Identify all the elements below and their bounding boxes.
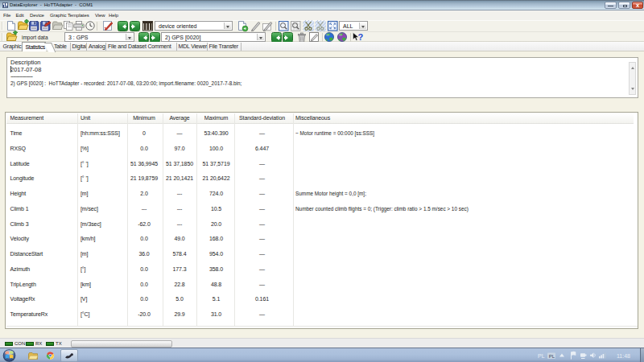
svg-text:11:48: 11:48: [617, 353, 630, 359]
svg-text:PL: PL: [538, 353, 545, 359]
svg-text:PL: PL: [549, 354, 555, 359]
svg-text:?: ?: [358, 32, 364, 42]
